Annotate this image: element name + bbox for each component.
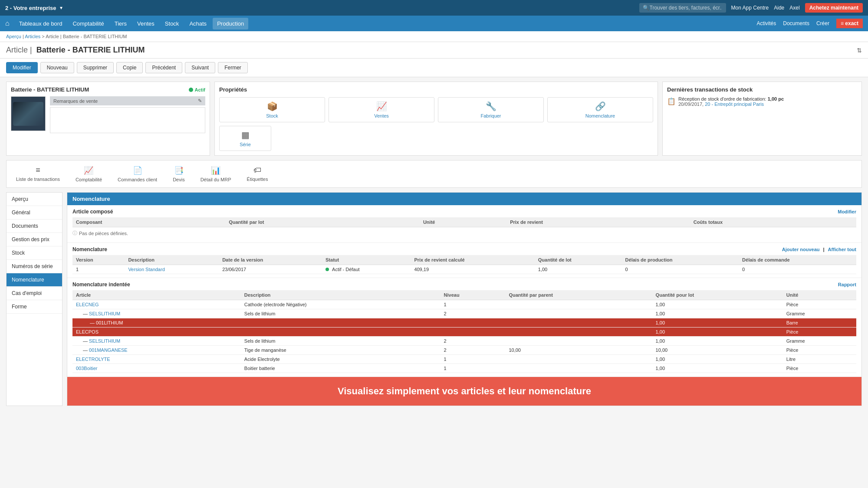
- row-date: 23/06/2017: [219, 265, 322, 274]
- cell-niveau: 1: [441, 355, 506, 364]
- precedent-button[interactable]: Précédent: [145, 62, 182, 73]
- edit-icon[interactable]: ✎: [198, 98, 202, 104]
- prop-serie[interactable]: ▦ Série: [219, 126, 271, 151]
- ajouter-nouveau-link[interactable]: Ajouter nouveau: [782, 247, 820, 252]
- subnav-etiquettes[interactable]: 🏷 Étiquettes: [243, 164, 272, 184]
- sidebar-cas-emploi[interactable]: Cas d'emploi: [7, 287, 62, 300]
- subnav-mrp[interactable]: 📊 Détail du MRP: [197, 164, 235, 184]
- exact-button[interactable]: ≡ exact: [836, 19, 863, 28]
- sidebar-stock[interactable]: Stock: [7, 246, 62, 260]
- subnav-commandes[interactable]: 📄 Commandes client: [114, 164, 161, 184]
- prop-stock-label: Stock: [266, 113, 278, 118]
- article-body: Remarques de vente ✎: [11, 96, 205, 134]
- sidebar-documents[interactable]: Documents: [7, 219, 62, 233]
- cell-unite: Barre: [783, 318, 856, 328]
- prop-fabriquer[interactable]: 🔧 Fabriquer: [438, 97, 544, 122]
- nav-activites[interactable]: Activités: [757, 20, 776, 26]
- actif-dot: [189, 88, 193, 92]
- prop-stock[interactable]: 📦 Stock: [219, 97, 325, 122]
- company-dropdown-icon[interactable]: ▾: [60, 5, 62, 11]
- nouveau-button[interactable]: Nouveau: [40, 62, 74, 73]
- nav-achats[interactable]: Achats: [185, 18, 211, 29]
- prop-nomenclature-label: Nomenclature: [585, 113, 615, 118]
- nav-documents[interactable]: Documents: [783, 20, 809, 26]
- sort-icon[interactable]: ⇅: [857, 47, 862, 54]
- proprietes-title: Propriétés: [219, 86, 653, 93]
- search-input[interactable]: [639, 3, 726, 13]
- elecpos-link[interactable]: ELECPOS: [76, 329, 99, 334]
- actif-badge: Actif: [189, 87, 205, 92]
- sidebar-general[interactable]: Général: [7, 206, 62, 219]
- 003boitier-link[interactable]: 003Boitier: [76, 366, 98, 371]
- version-standard-link[interactable]: Version Standard: [128, 267, 164, 272]
- no-pieces-text: Pas de pièces définies.: [79, 231, 128, 236]
- breadcrumb-sep2: >: [42, 34, 46, 39]
- afficher-tout-link[interactable]: Afficher tout: [828, 247, 856, 252]
- suivant-button[interactable]: Suivant: [185, 62, 215, 73]
- nav-stock[interactable]: Stock: [161, 18, 184, 29]
- copie-button[interactable]: Copie: [116, 62, 143, 73]
- ventes-icon: 📈: [376, 101, 387, 111]
- cell-qte-parent: [505, 309, 652, 318]
- home-icon[interactable]: ⌂: [5, 20, 10, 27]
- sidebar-forme[interactable]: Forme: [7, 300, 62, 314]
- th-description: Description: [125, 255, 219, 265]
- nomenclature-header: Nomenclature: [67, 193, 861, 205]
- breadcrumb-articles[interactable]: Articles: [25, 34, 40, 39]
- subnav-transactions[interactable]: ≡ Liste de transactions: [13, 164, 63, 184]
- 001manganese-link[interactable]: 001MANGANESE: [89, 347, 128, 353]
- prop-ventes[interactable]: 📈 Ventes: [329, 97, 434, 122]
- col-prix-revient: Prix de revient: [506, 217, 690, 227]
- nav-comptabilite[interactable]: Comptabilité: [68, 18, 108, 29]
- modifier-button[interactable]: Modifier: [6, 62, 38, 73]
- supprimer-button[interactable]: Supprimer: [77, 62, 114, 73]
- subnav-comptabilite[interactable]: 📈 Comptabilité: [72, 164, 105, 184]
- elecneg-link[interactable]: ELECNEG: [76, 302, 99, 307]
- selslithium2-link[interactable]: SELSLITHIUM: [89, 338, 120, 344]
- sidebar-apercu[interactable]: Aperçu: [7, 193, 62, 206]
- nomenclature-table: Version Description Date de la version S…: [72, 255, 856, 274]
- remarks-label: Remarques de vente ✎: [50, 96, 205, 105]
- electrolyte-link[interactable]: ELECTROLYTE: [76, 357, 110, 362]
- article-image-inner: [13, 102, 43, 126]
- breadcrumb-apercu[interactable]: Aperçu: [6, 34, 21, 39]
- cell-niveau: [441, 328, 506, 337]
- selslithium-link[interactable]: SELSLITHIUM: [89, 311, 120, 316]
- th-article: Article: [72, 290, 241, 300]
- nav-creer[interactable]: Créer: [816, 20, 829, 26]
- article-compose-modifier[interactable]: Modifier: [838, 209, 856, 214]
- transaction-date: 20/09/2017,: [678, 102, 704, 107]
- th-niveau: Niveau: [441, 290, 506, 300]
- remarks-textarea[interactable]: [50, 107, 205, 133]
- nav-tiers[interactable]: Tiers: [110, 18, 131, 29]
- transaction-location-link[interactable]: 20 - Entrepôt principal Paris: [705, 102, 764, 107]
- row-version: 1: [72, 265, 125, 274]
- banner-overlay: Visualisez simplement vos articles et le…: [67, 377, 861, 406]
- nav-production[interactable]: Production: [213, 18, 248, 29]
- proprietes-card: Propriétés 📦 Stock 📈 Ventes 🔧 Fabriquer …: [214, 82, 658, 156]
- sidebar-nomenclature[interactable]: Nomenclature: [7, 273, 62, 287]
- 001lithium-link[interactable]: 001LITHIUM: [96, 320, 123, 325]
- table-row: ELECPOS 1,00 Pièce: [72, 328, 856, 337]
- th-date: Date de la version: [219, 255, 322, 265]
- subnav-comptabilite-label: Comptabilité: [76, 177, 102, 182]
- transactions-title: Dernières transactions de stock: [667, 86, 857, 93]
- cell-unite: Litre: [783, 355, 856, 364]
- table-row: — 001LITHIUM 1,00 Barre: [72, 318, 856, 328]
- nav-tableaux[interactable]: Tableaux de bord: [15, 18, 67, 29]
- aide-button[interactable]: Aide: [774, 5, 784, 11]
- main-content: Batterie - BATTERIE LITHIUM Actif Remarq…: [0, 77, 868, 410]
- nav-ventes[interactable]: Ventes: [133, 18, 159, 29]
- subnav-devis[interactable]: 📑 Devis: [169, 164, 188, 184]
- buy-button[interactable]: Achetez maintenant: [805, 3, 863, 13]
- company-name[interactable]: 2 - Votre entreprise: [5, 5, 56, 11]
- sidebar-gestion-prix[interactable]: Gestion des prix: [7, 233, 62, 246]
- sidebar-numeros-serie[interactable]: Numéros de série: [7, 260, 62, 273]
- app-centre-button[interactable]: Mon App Centre: [731, 5, 769, 11]
- prop-serie-label: Série: [240, 142, 251, 147]
- prop-nomenclature[interactable]: 🔗 Nomenclature: [547, 97, 653, 122]
- rapport-link[interactable]: Rapport: [838, 282, 856, 287]
- cell-desc: Acide Electrolyte: [241, 355, 441, 364]
- action-links: Ajouter nouveau | Afficher tout: [782, 247, 856, 252]
- fermer-button[interactable]: Fermer: [218, 62, 248, 73]
